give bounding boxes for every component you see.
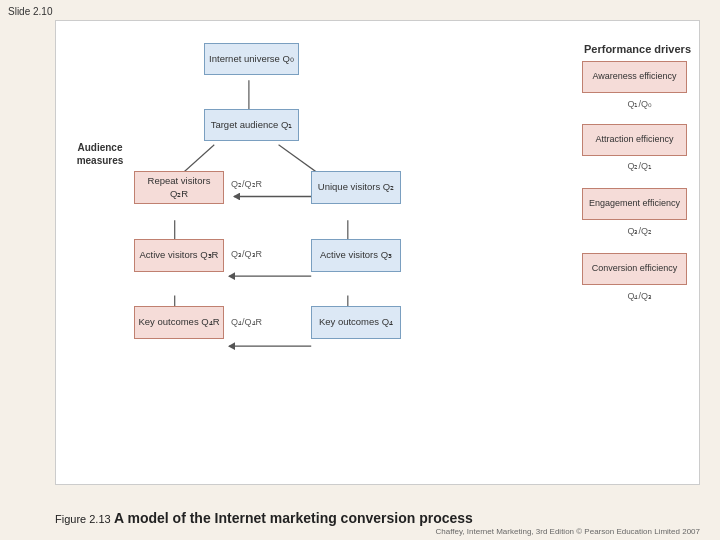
target-audience-box: Target audience Q₁ bbox=[204, 109, 299, 141]
figure-label: Figure 2.13 bbox=[55, 513, 111, 525]
unique-visitors-box: Unique visitors Q₂ bbox=[311, 171, 401, 204]
slide-label: Slide 2.10 bbox=[8, 6, 52, 17]
ratio-q2q1: Q₂/Q₁ bbox=[627, 161, 652, 171]
internet-universe-box: Internet universe Q₀ bbox=[204, 43, 299, 75]
repeat-visitors-box: Repeat visitors Q₂R bbox=[134, 171, 224, 204]
copyright: Chaffey, Internet Marketing, 3rd Edition… bbox=[436, 527, 700, 536]
ratio-q1q0: Q₁/Q₀ bbox=[627, 99, 652, 109]
audience-measures-label: Audience measures bbox=[70, 141, 130, 167]
ratio-q2q2r: Q₂/Q₂R bbox=[231, 179, 262, 189]
ratio-q3q2: Q₃/Q₂ bbox=[627, 226, 652, 236]
engagement-efficiency-box: Engagement efficiency bbox=[582, 188, 687, 220]
ratio-q3q3r: Q₃/Q₃R bbox=[231, 249, 262, 259]
attraction-efficiency-box: Attraction efficiency bbox=[582, 124, 687, 156]
active-visitors-box: Active visitors Q₃ bbox=[311, 239, 401, 272]
ratio-q4q3: Q₄/Q₃ bbox=[627, 291, 652, 301]
awareness-efficiency-box: Awareness efficiency bbox=[582, 61, 687, 93]
key-outcomes-box: Key outcomes Q₄ bbox=[311, 306, 401, 339]
caption-title: A model of the Internet marketing conver… bbox=[114, 510, 473, 526]
performance-drivers-label: Performance drivers bbox=[571, 43, 691, 55]
caption: Figure 2.13 A model of the Internet mark… bbox=[55, 510, 473, 526]
ratio-q4q4r: Q₄/Q₄R bbox=[231, 317, 262, 327]
diagram-container: Audience measures Performance drivers In… bbox=[55, 20, 700, 485]
conversion-efficiency-box: Conversion efficiency bbox=[582, 253, 687, 285]
active-visitors-r-box: Active visitors Q₃R bbox=[134, 239, 224, 272]
key-outcomes-r-box: Key outcomes Q₄R bbox=[134, 306, 224, 339]
